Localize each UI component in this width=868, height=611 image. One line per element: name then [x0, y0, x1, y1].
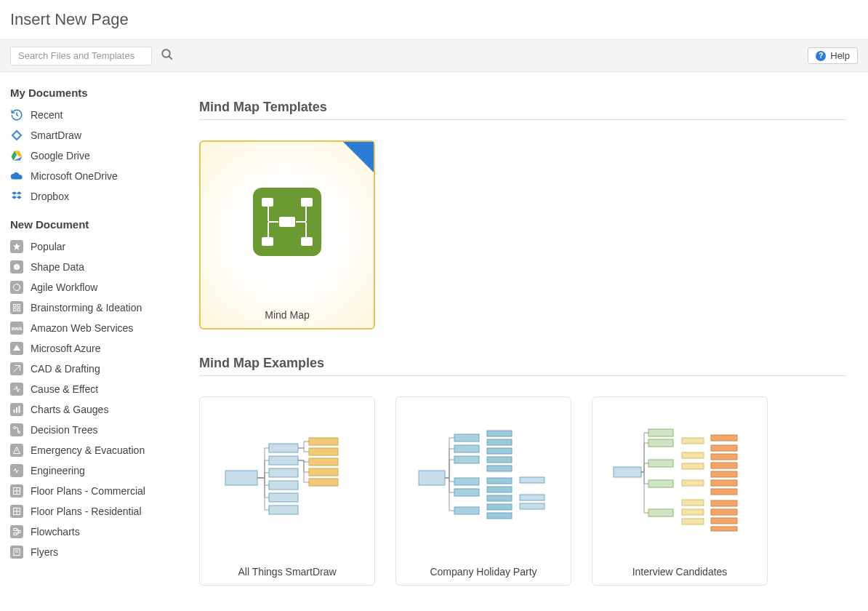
smartdraw-icon [10, 129, 23, 142]
svg-rect-78 [711, 445, 737, 451]
svg-rect-16 [19, 406, 20, 413]
category-icon [10, 546, 23, 559]
category-icon [10, 383, 23, 396]
sidebar-item-flowcharts[interactable]: Flowcharts [10, 522, 177, 542]
sidebar-item-dropbox[interactable]: Dropbox [10, 186, 177, 207]
sidebar-item-cad-drafting[interactable]: CAD & Drafting [10, 359, 177, 379]
sidebar-item-flyers[interactable]: Flyers [10, 542, 177, 562]
sidebar-item-label: Charts & Gauges [31, 404, 108, 415]
svg-rect-32 [225, 471, 257, 485]
svg-rect-57 [487, 487, 512, 492]
svg-rect-83 [711, 489, 737, 495]
sidebar-item-label: Amazon Web Services [31, 322, 133, 334]
sidebar-item-label: Dropbox [31, 191, 69, 202]
svg-rect-26 [14, 529, 17, 531]
svg-rect-84 [711, 500, 737, 506]
examples-title: Mind Map Examples [199, 356, 846, 376]
sidebar-section-docs: My Documents [10, 87, 177, 99]
sidebar-item-label: Flyers [31, 546, 58, 558]
example-card-allthings[interactable]: All Things SmartDraw [199, 396, 375, 586]
svg-rect-82 [711, 480, 737, 486]
templates-cards: Mind Map [199, 140, 846, 330]
page-title: Insert New Page [10, 10, 858, 29]
template-card-mindmap[interactable]: Mind Map [199, 140, 375, 330]
examples-cards: All Things SmartDraw [199, 396, 846, 586]
svg-rect-27 [14, 533, 17, 535]
svg-rect-48 [454, 478, 479, 485]
svg-rect-75 [682, 509, 704, 515]
svg-rect-49 [454, 489, 479, 496]
diagram-thumbnail [218, 423, 356, 532]
sidebar-item-popular[interactable]: Popular [10, 236, 177, 257]
svg-rect-45 [454, 434, 479, 442]
sidebar-item-label: Flowcharts [31, 526, 80, 538]
svg-rect-73 [682, 480, 704, 486]
svg-rect-51 [487, 431, 512, 436]
category-icon [10, 403, 23, 416]
sidebar-item-engineering[interactable]: Engineering [10, 460, 177, 481]
svg-rect-61 [520, 477, 544, 483]
search-button[interactable] [161, 48, 174, 63]
svg-rect-62 [520, 495, 544, 500]
svg-marker-13 [13, 345, 20, 351]
templates-title: Mind Map Templates [199, 100, 846, 120]
svg-rect-72 [682, 463, 704, 469]
help-button[interactable]: ? Help [808, 47, 858, 64]
category-icon [10, 525, 23, 538]
svg-rect-52 [487, 439, 512, 445]
category-icon: i [10, 260, 23, 273]
recent-icon [10, 108, 23, 121]
sidebar-item-shape-data[interactable]: iShape Data [10, 257, 177, 277]
help-label: Help [830, 50, 850, 61]
svg-rect-15 [16, 407, 17, 413]
example-card-holiday[interactable]: Company Holiday Party [395, 396, 571, 586]
svg-rect-66 [648, 439, 673, 447]
svg-rect-69 [648, 509, 673, 516]
sidebar-item-onedrive[interactable]: Microsoft OneDrive [10, 166, 177, 186]
svg-rect-12 [17, 308, 20, 311]
sidebar-item-label: Decision Trees [31, 424, 98, 436]
sidebar-item-label: CAD & Drafting [31, 363, 100, 375]
category-icon [10, 301, 23, 314]
svg-rect-50 [454, 507, 479, 514]
svg-rect-80 [711, 463, 737, 468]
svg-rect-10 [17, 305, 20, 308]
sidebar-item-microsoft-azure[interactable]: Microsoft Azure [10, 338, 177, 359]
svg-line-1 [169, 56, 172, 60]
mindmap-icon [253, 188, 321, 256]
svg-rect-44 [419, 471, 445, 485]
sidebar-item-label: SmartDraw [31, 129, 81, 141]
sidebar-item-agile-workflow[interactable]: Agile Workflow [10, 277, 177, 297]
example-card-interview[interactable]: Interview Candidates [592, 396, 768, 586]
svg-rect-85 [711, 509, 737, 515]
sidebar-item-smartdraw[interactable]: SmartDraw [10, 125, 177, 145]
svg-rect-55 [487, 466, 512, 471]
sidebar-item-floor-plans-commercial[interactable]: Floor Plans - Commercial [10, 481, 177, 501]
sidebar-item-amazon-web-services[interactable]: awsAmazon Web Services [10, 318, 177, 338]
svg-point-0 [162, 49, 170, 57]
sidebar-item-recent[interactable]: Recent [10, 105, 177, 125]
svg-marker-5 [13, 243, 20, 250]
svg-rect-79 [711, 454, 737, 460]
sidebar-item-label: Floor Plans - Commercial [31, 485, 145, 497]
svg-rect-33 [269, 444, 298, 452]
sidebar-item-floor-plans-residential[interactable]: Floor Plans - Residential [10, 501, 177, 522]
sidebar-item-charts-gauges[interactable]: Charts & Gauges [10, 399, 177, 420]
card-label: Company Holiday Party [396, 559, 571, 585]
svg-rect-71 [682, 452, 704, 458]
sidebar-item-brainstorming-ideation[interactable]: Brainstorming & Ideation [10, 297, 177, 318]
svg-rect-11 [14, 308, 17, 311]
svg-rect-87 [711, 527, 737, 531]
sidebar-item-cause-effect[interactable]: Cause & Effect [10, 379, 177, 399]
category-icon [10, 444, 23, 457]
sidebar-item-gdrive[interactable]: Google Drive [10, 145, 177, 166]
sidebar-item-emergency-evacuation[interactable]: Emergency & Evacuation [10, 440, 177, 460]
search-input[interactable] [10, 47, 152, 65]
svg-rect-53 [487, 448, 512, 454]
svg-rect-14 [14, 410, 15, 413]
svg-rect-56 [487, 478, 512, 484]
sidebar: My Documents Recent SmartDraw Google Dri… [0, 72, 177, 609]
sidebar-item-decision-trees[interactable]: Decision Trees [10, 420, 177, 440]
sidebar-item-label: Popular [31, 241, 65, 252]
sidebar-item-label: Cause & Effect [31, 383, 98, 395]
